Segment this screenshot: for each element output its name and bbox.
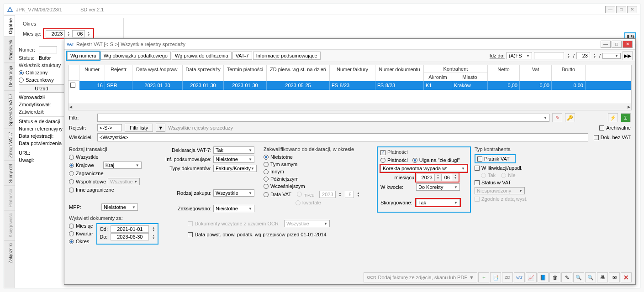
edit-filter-icon[interactable]: ✎ bbox=[552, 113, 562, 122]
nav-spin1[interactable]: ▲▼ bbox=[566, 53, 571, 58]
th-miasto[interactable]: Miasto bbox=[452, 73, 488, 81]
edit-icon[interactable]: ✎ bbox=[561, 272, 572, 282]
dekl-select[interactable]: Tak▼ bbox=[213, 146, 254, 154]
side-tab-zalaczniki[interactable]: Załączniki bbox=[4, 240, 15, 266]
rt-zagr[interactable] bbox=[69, 171, 74, 176]
add-icon[interactable]: ＋ bbox=[478, 272, 489, 282]
filtr-listy-btn[interactable]: Filtr listy bbox=[125, 124, 153, 132]
search-icon[interactable]: 🔍 bbox=[573, 272, 584, 282]
likw-check[interactable] bbox=[475, 166, 480, 171]
filtr-caret[interactable]: ▼ bbox=[156, 124, 165, 132]
year-input[interactable] bbox=[46, 30, 65, 37]
szac-radio[interactable] bbox=[19, 78, 24, 83]
zaksieg-select[interactable]: Nieistotne▼ bbox=[213, 205, 254, 212]
th-vat[interactable]: Vat bbox=[520, 65, 552, 81]
filtr-input[interactable]: ▼ bbox=[97, 114, 549, 122]
tab-wg-obowiazku[interactable]: Wg obowiązku podatkowego bbox=[100, 52, 171, 60]
inf-select[interactable]: Nieistotne▼ bbox=[213, 156, 254, 163]
th-kontrahent[interactable]: Kontrahent bbox=[424, 65, 488, 73]
tab-wg-numeru[interactable]: Wg numeru bbox=[67, 52, 100, 60]
th-numer-dok[interactable]: Numer dokumentu bbox=[375, 65, 424, 81]
zk-pozn[interactable] bbox=[264, 177, 269, 182]
zk-data-vat[interactable] bbox=[264, 192, 269, 197]
search2-icon[interactable]: 🔍 bbox=[585, 272, 596, 282]
rt-inne[interactable] bbox=[69, 188, 74, 193]
th-netto[interactable]: Netto bbox=[488, 65, 520, 81]
urzad-button[interactable]: Urząd bbox=[19, 84, 64, 93]
idz-do-select[interactable]: (A)FS▼ bbox=[507, 52, 532, 59]
zk-innym[interactable] bbox=[264, 169, 269, 174]
nav-num[interactable] bbox=[576, 52, 590, 59]
inner-close[interactable]: ✕ bbox=[623, 41, 633, 48]
rt-wspol[interactable] bbox=[69, 179, 74, 184]
zd-icon[interactable]: ZD bbox=[502, 272, 513, 282]
close-red-icon[interactable]: ✕ bbox=[621, 272, 632, 282]
row-checkbox[interactable] bbox=[70, 83, 75, 88]
wkwocie-select[interactable]: Do Korekty▼ bbox=[416, 183, 460, 191]
inner-maximize[interactable]: □ bbox=[612, 41, 622, 48]
wd-kwartal[interactable] bbox=[69, 231, 74, 236]
side-tab-sumy[interactable]: Sumy ctrl bbox=[4, 161, 15, 186]
th-numer-fakt[interactable]: Numer faktury bbox=[330, 65, 375, 81]
dok-bez-vat-check[interactable] bbox=[594, 135, 599, 140]
tab-vat7[interactable]: VAT-7 bbox=[232, 52, 252, 60]
typy-select[interactable]: Faktury/Korekty▼ bbox=[213, 165, 257, 172]
year-spinner[interactable]: ▲▼ bbox=[66, 31, 71, 36]
vat-btn-icon[interactable]: VAT bbox=[514, 272, 525, 282]
mail-icon[interactable]: ✉ bbox=[609, 272, 620, 282]
pl-platnosci[interactable] bbox=[380, 158, 385, 163]
lightning-icon[interactable]: ⚡ bbox=[608, 113, 618, 122]
wd-okres[interactable] bbox=[69, 239, 74, 244]
nav-select2[interactable]: ▼ bbox=[602, 53, 621, 59]
ocr-select[interactable]: Wszystkie▼ bbox=[284, 220, 330, 227]
rodzaj-zak-select[interactable]: Wszystkie▼ bbox=[213, 189, 254, 197]
table-row[interactable]: 16 SPR 2023-01-30 2023-01-30 2023-01-30 … bbox=[69, 81, 631, 90]
th-data-sprz[interactable]: Data sprzedaży bbox=[183, 65, 224, 81]
copy-icon[interactable]: 📑 bbox=[490, 272, 501, 282]
tab-wg-prawa[interactable]: Wg prawa do odliczenia bbox=[172, 52, 232, 60]
zk-tym[interactable] bbox=[264, 162, 269, 167]
side-tab-deklaracja[interactable]: Deklaracja bbox=[4, 63, 15, 90]
side-tab-ogolne[interactable]: Ogólne bbox=[4, 15, 15, 36]
th-rejestr[interactable]: Rejestr bbox=[105, 65, 132, 81]
minimize-button[interactable]: — bbox=[605, 6, 615, 13]
archiwalne-check[interactable] bbox=[599, 125, 604, 130]
status-vat-check[interactable] bbox=[475, 180, 480, 185]
platnosci-check[interactable] bbox=[380, 150, 385, 155]
sigma-icon[interactable]: Σ bbox=[621, 113, 631, 122]
pl-ulga[interactable] bbox=[412, 158, 417, 163]
rt-wszystkie[interactable] bbox=[69, 155, 74, 160]
platnik-check[interactable] bbox=[477, 156, 482, 162]
do-input[interactable] bbox=[111, 233, 149, 240]
maximize-button[interactable]: □ bbox=[616, 6, 626, 13]
month-spinner[interactable]: ▲▼ bbox=[86, 31, 91, 36]
mpp-select[interactable]: Nieistotne▼ bbox=[101, 203, 138, 211]
hscrollbar[interactable]: ◀▶ bbox=[69, 104, 631, 110]
tab-inf-pods[interactable]: Informacje podsumowujące bbox=[253, 52, 321, 60]
pl-year[interactable] bbox=[417, 174, 435, 181]
kraj-select[interactable]: Kraj▼ bbox=[103, 162, 142, 169]
close-button[interactable]: ✕ bbox=[627, 6, 637, 13]
data-powst-check[interactable] bbox=[188, 232, 193, 237]
th-zd-pierw[interactable]: ZD pierw. wg st. na dzień bbox=[267, 65, 330, 81]
th-brutto[interactable]: Brutto bbox=[552, 65, 586, 81]
wd-miesiac[interactable] bbox=[69, 224, 74, 229]
skoryg-select[interactable]: Tak▼ bbox=[416, 199, 460, 206]
side-tab-sprzedaz[interactable]: Sprzedaż VAT-7 bbox=[4, 90, 15, 129]
chart-icon[interactable]: 📈 bbox=[526, 272, 537, 282]
pl-mon[interactable] bbox=[441, 174, 452, 181]
zk-wczes[interactable] bbox=[264, 184, 269, 189]
od-input[interactable] bbox=[111, 225, 149, 233]
side-tab-ksiegowosc[interactable]: Księgowość bbox=[4, 210, 15, 240]
side-tab-platnosci[interactable]: Płatności bbox=[4, 186, 15, 210]
th-numer[interactable]: Numer bbox=[79, 65, 105, 81]
th-akronim[interactable]: Akronim bbox=[424, 73, 452, 81]
th-data-wyst[interactable]: Data wyst./odpraw. bbox=[132, 65, 183, 81]
th-termin[interactable]: Termin płatności bbox=[224, 65, 267, 81]
side-tab-naglowek[interactable]: Nagłówek bbox=[4, 36, 15, 63]
book-icon[interactable]: 📘 bbox=[538, 272, 549, 282]
wlasciciel-input[interactable]: <Wszystkie> bbox=[97, 133, 588, 141]
go-next-icon[interactable]: ▶▶ bbox=[623, 51, 633, 60]
rt-krajowe[interactable] bbox=[69, 163, 74, 168]
zk-nieist[interactable] bbox=[264, 155, 269, 160]
